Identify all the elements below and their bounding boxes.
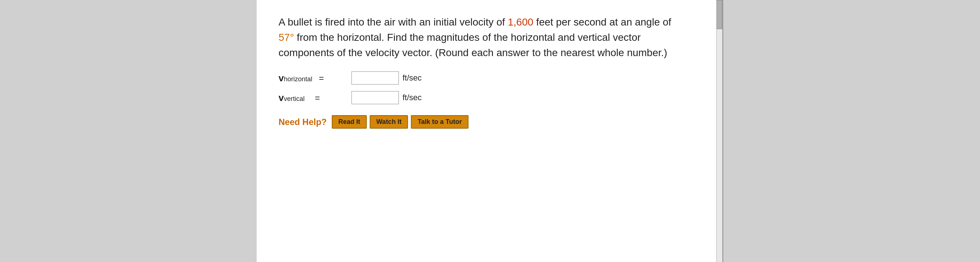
help-row: Need Help? Read It Watch It Talk to a Tu… [278,115,700,129]
horizontal-unit: ft/sec [402,73,422,83]
problem-statement: A bullet is fired into the air with an i… [278,14,679,60]
vertical-unit: ft/sec [402,93,422,102]
horizontal-equals: = [319,73,324,83]
problem-text-rest: from the horizontal. Find the magnitudes… [278,32,667,58]
horizontal-label: vhorizontal = [278,73,352,84]
read-it-button[interactable]: Read It [332,115,367,129]
v-horizontal-subscript: horizontal [284,75,312,83]
problem-text-before-1600: A bullet is fired into the air with an i… [278,16,508,28]
vertical-answer-input[interactable] [352,91,399,104]
scrollbar-thumb[interactable] [716,0,722,29]
talk-to-tutor-button[interactable]: Talk to a Tutor [411,115,468,129]
vertical-label: vvertical = [278,92,352,103]
value-57: 57° [278,32,294,43]
vertical-equals: = [315,93,320,103]
horizontal-input-row: vhorizontal = ft/sec [278,71,700,84]
watch-it-button[interactable]: Watch It [370,115,408,129]
v-horizontal-bold: v [278,73,284,84]
v-vertical-bold: v [278,92,284,103]
horizontal-answer-input[interactable] [352,71,399,84]
v-vertical-subscript: vertical [284,95,304,103]
value-1600: 1,600 [508,16,533,28]
need-help-label: Need Help? [278,117,327,127]
scrollbar-track[interactable] [716,0,722,262]
problem-container: A bullet is fired into the air with an i… [257,0,723,262]
vertical-input-row: vvertical = ft/sec [278,91,700,104]
problem-text-after-1600: feet per second at an angle of [533,16,671,28]
